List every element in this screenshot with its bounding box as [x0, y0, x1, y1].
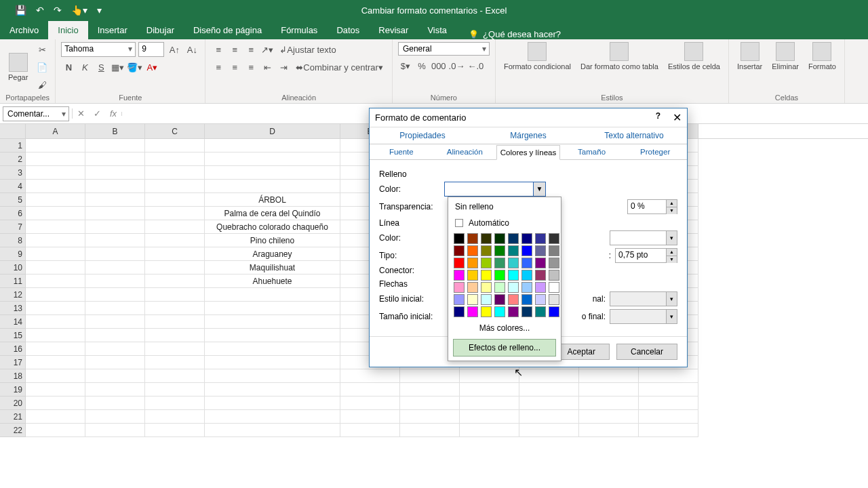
cell-D7[interactable]: Quebracho colorado chaqueño — [205, 220, 340, 234]
ok-button[interactable]: Aceptar — [553, 344, 610, 360]
cell-J22[interactable] — [639, 424, 698, 437]
cell-A11[interactable] — [26, 274, 85, 288]
cell-A17[interactable] — [26, 356, 85, 369]
cell-F19[interactable] — [400, 383, 460, 396]
tab-insertar[interactable]: Insertar — [88, 21, 137, 39]
automatic-item[interactable]: Automático — [450, 215, 559, 231]
cell-A13[interactable] — [26, 302, 85, 315]
color-swatch[interactable] — [494, 270, 505, 281]
cell-D8[interactable]: Pino chileno — [205, 234, 340, 247]
color-swatch[interactable] — [535, 233, 546, 244]
cell-A10[interactable] — [26, 261, 85, 274]
cancel-x-icon[interactable]: ✕ — [73, 108, 89, 119]
chevron-down-icon[interactable]: ▾ — [666, 310, 677, 323]
cell-C4[interactable] — [145, 180, 205, 193]
cell-H21[interactable] — [519, 410, 579, 424]
cell-D1[interactable] — [205, 139, 340, 152]
cell-F20[interactable] — [400, 396, 460, 410]
cell-I18[interactable] — [579, 369, 639, 383]
underline-button[interactable]: S — [94, 60, 108, 75]
dlgtab-texto-alternativo[interactable]: Texto alternativo — [581, 127, 687, 144]
cell-D11[interactable]: Ahuehuete — [205, 274, 340, 288]
cell-B22[interactable] — [85, 424, 145, 437]
color-swatch[interactable] — [481, 306, 492, 317]
cell-B11[interactable] — [85, 274, 145, 288]
color-swatch[interactable] — [494, 306, 505, 317]
cell-I21[interactable] — [579, 410, 639, 424]
cell-C3[interactable] — [145, 166, 205, 180]
dlgtab-fuente[interactable]: Fuente — [370, 144, 433, 159]
format-painter-icon[interactable]: 🖌 — [35, 77, 50, 92]
cell-G19[interactable] — [460, 383, 519, 396]
cell-I20[interactable] — [579, 396, 639, 410]
row-header[interactable]: 10 — [0, 261, 26, 274]
shrink-font-icon[interactable]: A↓ — [184, 42, 199, 57]
cell-A5[interactable] — [26, 193, 85, 207]
qat-customize-icon[interactable]: ▾ — [97, 5, 102, 16]
color-swatch[interactable] — [481, 270, 492, 281]
color-swatch[interactable] — [467, 306, 478, 317]
line-style-combo[interactable]: ▾ — [610, 230, 677, 245]
cell-D4[interactable] — [205, 180, 340, 193]
accounting-icon[interactable]: $▾ — [398, 58, 413, 73]
color-swatch[interactable] — [521, 233, 532, 244]
decimal-inc-icon[interactable]: .0→ — [448, 58, 466, 73]
comma-icon[interactable]: 000 — [431, 58, 447, 73]
color-swatch[interactable] — [494, 258, 505, 268]
color-swatch[interactable] — [467, 233, 478, 244]
color-swatch[interactable] — [508, 270, 519, 281]
color-swatch[interactable] — [467, 245, 478, 256]
more-colors-item[interactable]: Más colores... — [450, 319, 559, 337]
cell-A3[interactable] — [26, 166, 85, 180]
cell-A9[interactable] — [26, 247, 85, 261]
format-cells-button[interactable]: Formato — [806, 42, 839, 70]
tab-dibujar[interactable]: Dibujar — [137, 21, 184, 39]
italic-button[interactable]: K — [77, 60, 92, 75]
cell-G20[interactable] — [460, 396, 519, 410]
cell-C16[interactable] — [145, 342, 205, 356]
cell-E21[interactable] — [340, 410, 400, 424]
row-header[interactable]: 11 — [0, 274, 26, 288]
row-header[interactable]: 7 — [0, 220, 26, 234]
cell-G22[interactable] — [460, 424, 519, 437]
dlgtab-proteger[interactable]: Proteger — [623, 144, 687, 159]
cell-B10[interactable] — [85, 261, 145, 274]
cell-C11[interactable] — [145, 274, 205, 288]
spin-down-icon[interactable]: ▼ — [667, 207, 677, 214]
chevron-down-icon[interactable]: ▾ — [666, 292, 677, 306]
tab-diseno-pagina[interactable]: Diseño de página — [184, 21, 271, 39]
row-header[interactable]: 9 — [0, 247, 26, 261]
dlgtab-propiedades[interactable]: Propiedades — [370, 127, 475, 144]
dlgtab-colores-lineas[interactable]: Colores y líneas — [496, 145, 560, 160]
cell-C18[interactable] — [145, 369, 205, 383]
fill-color-button[interactable]: 🪣▾ — [126, 60, 143, 75]
cut-icon[interactable]: ✂ — [35, 42, 50, 57]
cell-C6[interactable] — [145, 207, 205, 220]
color-swatch[interactable] — [549, 245, 559, 256]
tab-revisar[interactable]: Revisar — [369, 21, 418, 39]
redo-icon[interactable]: ↷ — [54, 5, 62, 16]
color-swatch[interactable] — [481, 294, 492, 305]
cell-D2[interactable] — [205, 152, 340, 166]
color-swatch[interactable] — [454, 245, 465, 256]
color-swatch[interactable] — [549, 233, 559, 244]
color-swatch[interactable] — [494, 282, 505, 293]
paste-button[interactable]: Pegar — [5, 53, 31, 81]
cell-D19[interactable] — [205, 383, 340, 396]
row-header[interactable]: 21 — [0, 410, 26, 424]
cell-C12[interactable] — [145, 288, 205, 302]
color-swatch[interactable] — [481, 258, 492, 268]
cell-B4[interactable] — [85, 180, 145, 193]
end-size-combo[interactable]: ▾ — [610, 309, 677, 324]
row-header[interactable]: 2 — [0, 152, 26, 166]
tab-datos[interactable]: Datos — [327, 21, 369, 39]
cell-C14[interactable] — [145, 315, 205, 329]
cell-D3[interactable] — [205, 166, 340, 180]
color-swatch[interactable] — [454, 294, 465, 305]
cell-B14[interactable] — [85, 315, 145, 329]
col-C[interactable]: C — [145, 124, 205, 138]
cell-B6[interactable] — [85, 207, 145, 220]
cell-C9[interactable] — [145, 247, 205, 261]
chevron-down-icon[interactable]: ▾ — [666, 231, 677, 245]
cell-C8[interactable] — [145, 234, 205, 247]
